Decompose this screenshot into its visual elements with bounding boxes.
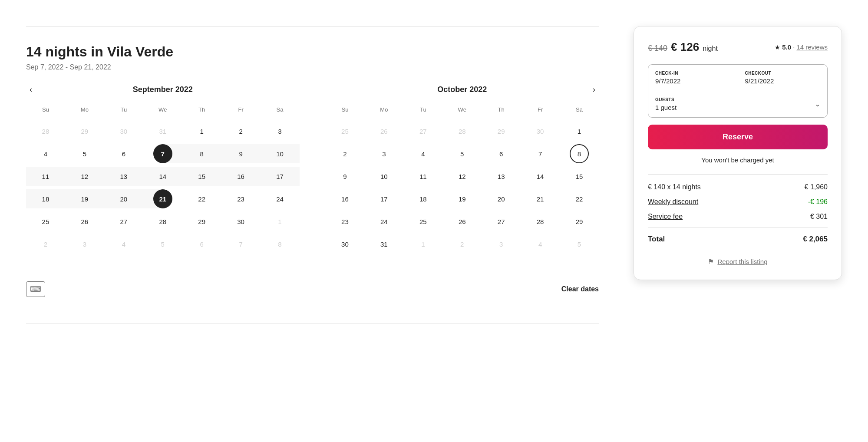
oct-day-2[interactable]: 2 <box>326 142 365 165</box>
oct-day-20[interactable]: 20 <box>482 188 521 210</box>
day-cell-empty: 1 <box>261 210 300 233</box>
sep-day-13[interactable]: 13 <box>104 165 143 188</box>
sep-day-8[interactable]: 8 <box>182 142 221 165</box>
oct-day-17[interactable]: 17 <box>364 188 403 210</box>
oct-day-12[interactable]: 12 <box>442 165 482 188</box>
day-header-fr2: Fr <box>521 103 560 116</box>
day-header-mo: Mo <box>65 103 104 116</box>
checkin-label: CHECK-IN <box>655 71 731 76</box>
day-header-th: Th <box>182 103 221 116</box>
sep-day-26[interactable]: 26 <box>65 210 104 233</box>
sep-day-24[interactable]: 24 <box>261 188 300 210</box>
next-month-button[interactable]: › <box>589 82 599 98</box>
sep-day-2[interactable]: 2 <box>221 120 261 142</box>
rating-section: ★ 5.0 · 14 reviews <box>775 43 828 51</box>
september-days: 28 29 30 31 1 2 3 <box>26 120 300 255</box>
reserve-button[interactable]: Reserve <box>648 125 828 149</box>
sep-day-22[interactable]: 22 <box>182 188 221 210</box>
sep-day-12[interactable]: 12 <box>65 165 104 188</box>
rating-separator: · <box>793 43 795 51</box>
trip-title: 14 nights in Vila Verde <box>26 44 599 60</box>
oct-day-24[interactable]: 24 <box>364 210 403 233</box>
sep-day-27[interactable]: 27 <box>104 210 143 233</box>
sep-day-29[interactable]: 29 <box>182 210 221 233</box>
sep-day-17[interactable]: 17 <box>261 165 300 188</box>
oct-day-10[interactable]: 10 <box>364 165 403 188</box>
sep-day-3[interactable]: 3 <box>261 120 300 142</box>
sep-day-21[interactable]: 21 <box>143 188 182 210</box>
oct-day-15[interactable]: 15 <box>560 165 599 188</box>
oct-day-13[interactable]: 13 <box>482 165 521 188</box>
oct-day-empty: 28 <box>442 120 482 142</box>
service-fee-label[interactable]: Service fee <box>648 213 683 221</box>
day-cell-empty: 30 <box>104 120 143 142</box>
sep-day-4[interactable]: 4 <box>26 142 65 165</box>
sep-day-20[interactable]: 20 <box>104 188 143 210</box>
sep-day-28[interactable]: 28 <box>143 210 182 233</box>
sep-day-16[interactable]: 16 <box>221 165 261 188</box>
keyboard-icon[interactable]: ⌨ <box>26 281 45 297</box>
oct-day-27[interactable]: 27 <box>482 210 521 233</box>
checkin-value: 9/7/2022 <box>655 77 731 85</box>
oct-day-5[interactable]: 5 <box>442 142 482 165</box>
sep-day-7[interactable]: 7 <box>143 142 182 165</box>
oct-day-16[interactable]: 16 <box>326 188 365 210</box>
oct-day-26[interactable]: 26 <box>442 210 482 233</box>
oct-day-21[interactable]: 21 <box>521 188 560 210</box>
oct-day-9[interactable]: 9 <box>326 165 365 188</box>
clear-dates-button[interactable]: Clear dates <box>561 285 599 293</box>
oct-day-empty: 1 <box>403 233 442 255</box>
day-header-fr: Fr <box>221 103 261 116</box>
price-header: € 140 € 126 night ★ 5.0 · 14 reviews <box>648 40 828 54</box>
oct-day-11[interactable]: 11 <box>403 165 442 188</box>
sep-day-10[interactable]: 10 <box>261 142 300 165</box>
oct-day-8[interactable]: 8 <box>560 142 599 165</box>
sep-day-5[interactable]: 5 <box>65 142 104 165</box>
report-section: ⚑ Report this listing <box>648 257 828 266</box>
weekly-discount-label[interactable]: Weekly discount <box>648 198 698 206</box>
sep-day-9[interactable]: 9 <box>221 142 261 165</box>
oct-day-22[interactable]: 22 <box>560 188 599 210</box>
booking-fields: CHECK-IN 9/7/2022 CHECKOUT 9/21/2022 GUE… <box>648 64 828 118</box>
day-header-mo2: Mo <box>364 103 403 116</box>
oct-day-19[interactable]: 19 <box>442 188 482 210</box>
oct-day-30[interactable]: 30 <box>326 233 365 255</box>
oct-day-1[interactable]: 1 <box>560 120 599 142</box>
oct-day-7[interactable]: 7 <box>521 142 560 165</box>
september-title: September 2022 <box>133 85 193 94</box>
sep-day-1[interactable]: 1 <box>182 120 221 142</box>
oct-day-4[interactable]: 4 <box>403 142 442 165</box>
no-charge-text: You won't be charged yet <box>648 156 828 164</box>
checkout-field[interactable]: CHECKOUT 9/21/2022 <box>738 65 828 91</box>
oct-day-25[interactable]: 25 <box>403 210 442 233</box>
oct-day-28[interactable]: 28 <box>521 210 560 233</box>
reviews-link[interactable]: 14 reviews <box>796 43 828 51</box>
sep-day-18[interactable]: 18 <box>26 188 65 210</box>
sep-day-11[interactable]: 11 <box>26 165 65 188</box>
sep-day-14[interactable]: 14 <box>143 165 182 188</box>
oct-day-31[interactable]: 31 <box>364 233 403 255</box>
sep-day-15[interactable]: 15 <box>182 165 221 188</box>
date-row: CHECK-IN 9/7/2022 CHECKOUT 9/21/2022 <box>648 65 827 91</box>
report-listing-button[interactable]: Report this listing <box>717 258 767 265</box>
sep-day-25[interactable]: 25 <box>26 210 65 233</box>
oct-day-empty: 27 <box>403 120 442 142</box>
sep-day-6[interactable]: 6 <box>104 142 143 165</box>
sep-day-23[interactable]: 23 <box>221 188 261 210</box>
sep-day-30[interactable]: 30 <box>221 210 261 233</box>
oct-day-18[interactable]: 18 <box>403 188 442 210</box>
oct-day-empty: 3 <box>482 233 521 255</box>
checkin-field[interactable]: CHECK-IN 9/7/2022 <box>648 65 738 91</box>
oct-day-6[interactable]: 6 <box>482 142 521 165</box>
oct-day-23[interactable]: 23 <box>326 210 365 233</box>
sep-day-19[interactable]: 19 <box>65 188 104 210</box>
calendar-section: 14 nights in Vila Verde Sep 7, 2022 - Se… <box>26 17 599 323</box>
oct-day-14[interactable]: 14 <box>521 165 560 188</box>
day-cell-empty: 7 <box>221 233 261 255</box>
total-label: Total <box>648 235 665 244</box>
oct-day-3[interactable]: 3 <box>364 142 403 165</box>
oct-day-29[interactable]: 29 <box>560 210 599 233</box>
guests-field[interactable]: GUESTS 1 guest ⌄ <box>648 91 827 117</box>
prev-month-button[interactable]: ‹ <box>26 82 36 98</box>
weekly-discount-row: Weekly discount -€ 196 <box>648 198 828 206</box>
